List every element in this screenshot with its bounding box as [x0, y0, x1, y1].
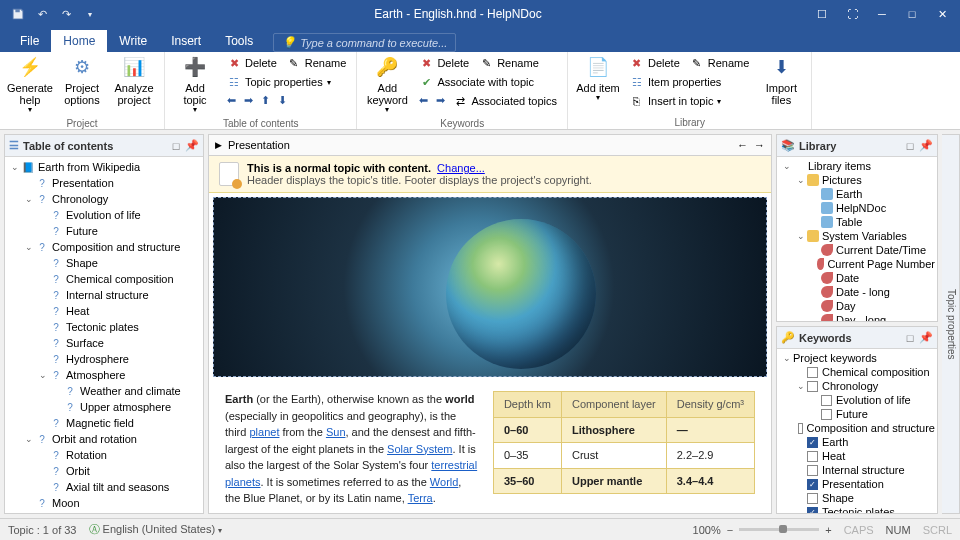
tree-item[interactable]: ✓Earth: [777, 435, 937, 449]
tree-item[interactable]: Heat: [777, 449, 937, 463]
tree-item[interactable]: Day: [777, 299, 937, 313]
undo-icon[interactable]: ↶: [34, 6, 50, 22]
kw-left-icon[interactable]: ⬅: [415, 92, 431, 108]
link-solar-system[interactable]: Solar System: [387, 443, 452, 455]
tree-item[interactable]: Day - long: [777, 313, 937, 321]
tree-item[interactable]: ⌄?Habitability: [5, 511, 203, 513]
move-left-icon[interactable]: ⬅: [223, 92, 239, 108]
tree-item[interactable]: ✓Tectonic plates: [777, 505, 937, 513]
add-keyword-button[interactable]: 🔑Add keyword▾: [363, 54, 411, 117]
tree-item[interactable]: ⌄?Orbit and rotation: [5, 431, 203, 447]
link-planet[interactable]: planet: [249, 426, 279, 438]
tree-item[interactable]: Date: [777, 271, 937, 285]
nav-fwd-icon[interactable]: →: [754, 139, 765, 151]
tab-home[interactable]: Home: [51, 30, 107, 52]
help-icon[interactable]: ☐: [808, 0, 836, 28]
panel-pin-icon[interactable]: 📌: [185, 139, 199, 153]
checkbox[interactable]: ✓: [807, 507, 818, 514]
redo-icon[interactable]: ↷: [58, 6, 74, 22]
tree-item[interactable]: ?Tectonic plates: [5, 319, 203, 335]
generate-help-button[interactable]: ⚡Generate help▾: [6, 54, 54, 117]
tree-item[interactable]: ⌄System Variables: [777, 229, 937, 243]
tab-write[interactable]: Write: [107, 30, 159, 52]
tab-insert[interactable]: Insert: [159, 30, 213, 52]
import-files-button[interactable]: ⬇Import files: [757, 54, 805, 108]
kw-right-icon[interactable]: ➡: [432, 92, 448, 108]
tree-item[interactable]: Date - long: [777, 285, 937, 299]
tree-item[interactable]: Earth: [777, 187, 937, 201]
tree-item[interactable]: ?Axial tilt and seasons: [5, 479, 203, 495]
tree-item[interactable]: ⌄Project keywords: [777, 351, 937, 365]
checkbox[interactable]: [821, 395, 832, 406]
topic-properties-button[interactable]: ☷Topic properties ▾: [223, 73, 350, 91]
tab-file[interactable]: File: [8, 30, 51, 52]
lib-rename-button[interactable]: ✎Rename: [686, 54, 754, 72]
kw-pin-icon[interactable]: 📌: [919, 331, 933, 345]
tree-item[interactable]: ?Presentation: [5, 175, 203, 191]
tree-item[interactable]: ?Orbit: [5, 463, 203, 479]
checkbox[interactable]: ✓: [807, 479, 818, 490]
kw-rename-button[interactable]: ✎Rename: [475, 54, 543, 72]
kw-delete-button[interactable]: ✖Delete: [415, 54, 473, 72]
link-sun[interactable]: Sun: [326, 426, 346, 438]
tree-item[interactable]: ?Evolution of life: [5, 207, 203, 223]
tree-item[interactable]: Future: [777, 407, 937, 421]
tree-item[interactable]: ?Weather and climate: [5, 383, 203, 399]
tree-item[interactable]: ⌄?Chronology: [5, 191, 203, 207]
checkbox[interactable]: [821, 409, 832, 420]
tree-item[interactable]: Shape: [777, 491, 937, 505]
checkbox[interactable]: [807, 367, 818, 378]
kw-associated-topics-button[interactable]: ⇄Associated topics: [449, 92, 561, 110]
tree-item[interactable]: ?Heat: [5, 303, 203, 319]
item-properties-button[interactable]: ☷Item properties: [626, 73, 753, 91]
tell-me-search[interactable]: 💡 Type a command to execute...: [273, 33, 456, 52]
tree-item[interactable]: ✓Presentation: [777, 477, 937, 491]
tree-item[interactable]: Chemical composition: [777, 365, 937, 379]
lib-delete-button[interactable]: ✖Delete: [626, 54, 684, 72]
tree-item[interactable]: ?Surface: [5, 335, 203, 351]
tree-item[interactable]: ?Moon: [5, 495, 203, 511]
crumb-expand-icon[interactable]: ▶: [215, 140, 222, 150]
zoom-control[interactable]: 100%−+: [693, 524, 832, 536]
add-item-button[interactable]: 📄Add item▾: [574, 54, 622, 105]
nav-back-icon[interactable]: ←: [737, 139, 748, 151]
tree-item[interactable]: ⌄Chronology: [777, 379, 937, 393]
checkbox[interactable]: ✓: [807, 437, 818, 448]
kw-associate-button[interactable]: ✔Associate with topic: [415, 73, 561, 91]
tree-item[interactable]: ?Chemical composition: [5, 271, 203, 287]
move-right-icon[interactable]: ➡: [240, 92, 256, 108]
tree-item[interactable]: ?Magnetic field: [5, 415, 203, 431]
fullscreen-icon[interactable]: ⛶: [838, 0, 866, 28]
checkbox[interactable]: [807, 381, 818, 392]
banner-change-link[interactable]: Change...: [437, 162, 485, 174]
link-terra[interactable]: Terra: [408, 492, 433, 504]
checkbox[interactable]: [798, 423, 802, 434]
tree-item[interactable]: ?Hydrosphere: [5, 351, 203, 367]
tree-item[interactable]: Current Page Number: [777, 257, 937, 271]
tree-item[interactable]: ?Rotation: [5, 447, 203, 463]
tree-item[interactable]: Table: [777, 215, 937, 229]
link-world[interactable]: World: [430, 476, 459, 488]
tree-item[interactable]: ⌄📘Earth from Wikipedia: [5, 159, 203, 175]
checkbox[interactable]: [807, 465, 818, 476]
toc-rename-button[interactable]: ✎Rename: [283, 54, 351, 72]
maximize-button[interactable]: □: [898, 0, 926, 28]
status-lang[interactable]: Ⓐ English (United States) ▾: [89, 522, 223, 537]
save-icon[interactable]: [10, 6, 26, 22]
editor[interactable]: This is a normal topic with content. Cha…: [208, 156, 772, 514]
breadcrumb[interactable]: Presentation: [228, 139, 290, 151]
tab-tools[interactable]: Tools: [213, 30, 265, 52]
close-button[interactable]: ✕: [928, 0, 956, 28]
tree-item[interactable]: ?Shape: [5, 255, 203, 271]
tree-item[interactable]: Evolution of life: [777, 393, 937, 407]
tree-item[interactable]: ⌄?Atmosphere: [5, 367, 203, 383]
tree-item[interactable]: ⌄?Composition and structure: [5, 239, 203, 255]
move-down-icon[interactable]: ⬇: [274, 92, 290, 108]
tree-item[interactable]: ⌄Pictures: [777, 173, 937, 187]
tree-item[interactable]: Composition and structure: [777, 421, 937, 435]
zoom-slider[interactable]: [739, 528, 819, 531]
tree-item[interactable]: Current Date/Time: [777, 243, 937, 257]
checkbox[interactable]: [807, 493, 818, 504]
topic-properties-tab[interactable]: Topic properties: [942, 134, 960, 514]
tree-item[interactable]: HelpNDoc: [777, 201, 937, 215]
